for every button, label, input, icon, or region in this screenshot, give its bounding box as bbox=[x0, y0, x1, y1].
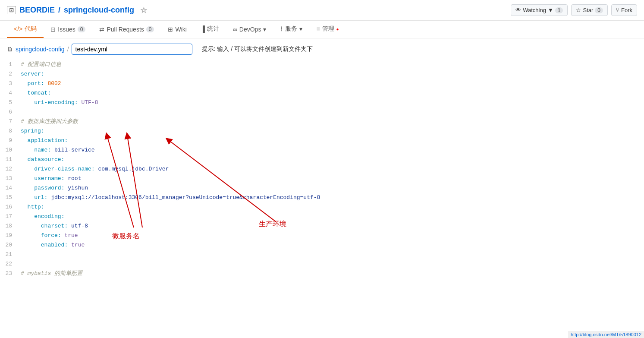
code-table: 1# 配置端口信息2server:3 port: 80024 tomcat:5 … bbox=[0, 60, 644, 278]
watching-count: 1 bbox=[555, 7, 563, 13]
table-row: 10 name: bill-service bbox=[0, 145, 644, 155]
line-content: tomcat: bbox=[17, 88, 644, 98]
line-content: # 数据库连接四大参数 bbox=[17, 117, 644, 126]
code-icon: </> bbox=[14, 25, 22, 32]
filename-input[interactable] bbox=[72, 44, 192, 55]
devops-icon: ∞ bbox=[233, 26, 237, 33]
line-number: 10 bbox=[0, 145, 17, 155]
file-icon: 🗎 bbox=[7, 46, 13, 53]
repo-link[interactable]: springcloud-config bbox=[64, 6, 134, 15]
header-actions: 👁 Watching ▼ 1 ☆ Star 0 ⑂ Fork bbox=[507, 4, 637, 16]
table-row: 14 password: yishun bbox=[0, 183, 644, 193]
table-row: 16 http: bbox=[0, 202, 644, 212]
line-number: 9 bbox=[0, 136, 17, 145]
star-count: 0 bbox=[595, 7, 603, 13]
tab-wiki[interactable]: ⊞ Wiki bbox=[161, 22, 193, 38]
admin-dot: ● bbox=[336, 27, 339, 32]
table-row: 20 enabled: true bbox=[0, 240, 644, 250]
tab-code-label: 代码 bbox=[25, 25, 37, 33]
line-number: 2 bbox=[0, 69, 17, 79]
table-row: 22 bbox=[0, 259, 644, 269]
table-row: 6 bbox=[0, 107, 644, 117]
code-editor[interactable]: 1# 配置端口信息2server:3 port: 80024 tomcat:5 … bbox=[0, 60, 644, 278]
line-content: name: bill-service bbox=[17, 145, 644, 155]
watching-label: Watching bbox=[523, 7, 546, 13]
line-content: url: jdbc:mysql://localhost:3306/bill_ma… bbox=[17, 193, 644, 202]
table-row: 18 charset: utf-8 bbox=[0, 221, 644, 231]
line-content: datasource: bbox=[17, 155, 644, 164]
line-number: 14 bbox=[0, 183, 17, 193]
repo-type-icon: ⊡ bbox=[7, 6, 16, 14]
line-number: 22 bbox=[0, 259, 17, 269]
tab-pull-requests[interactable]: ⇄ Pull Requests 0 bbox=[92, 22, 161, 38]
table-row: 7# 数据库连接四大参数 bbox=[0, 117, 644, 126]
table-row: 23# mybatis 的简单配置 bbox=[0, 269, 644, 278]
star-icon: ☆ bbox=[576, 7, 581, 13]
line-content: port: 8002 bbox=[17, 79, 644, 88]
line-number: 1 bbox=[0, 60, 17, 69]
line-number: 19 bbox=[0, 231, 17, 240]
fork-icon: ⑂ bbox=[616, 7, 619, 13]
line-number: 6 bbox=[0, 107, 17, 117]
table-row: 8spring: bbox=[0, 126, 644, 136]
table-row: 1# 配置端口信息 bbox=[0, 60, 644, 69]
issues-icon: ⊡ bbox=[50, 26, 56, 33]
tab-pr-label: Pull Requests bbox=[107, 26, 144, 33]
line-content: force: true bbox=[17, 231, 644, 240]
table-row: 11 datasource: bbox=[0, 155, 644, 164]
fork-button[interactable]: ⑂ Fork bbox=[611, 4, 637, 16]
repo-settings-icon: ☆ bbox=[140, 6, 147, 15]
fork-label: Fork bbox=[621, 7, 632, 13]
line-number: 23 bbox=[0, 269, 17, 278]
tab-issues-label: Issues bbox=[58, 26, 75, 33]
tab-issues[interactable]: ⊡ Issues 0 bbox=[44, 22, 92, 38]
eye-icon: 👁 bbox=[515, 7, 521, 13]
line-content: http: bbox=[17, 202, 644, 212]
devops-dropdown-icon: ▾ bbox=[263, 26, 266, 33]
tab-devops-label: DevOps bbox=[239, 26, 261, 33]
table-row: 12 driver-class-name: com.mysql.jdbc.Dri… bbox=[0, 164, 644, 174]
tab-admin[interactable]: ≡ 管理 ● bbox=[309, 21, 346, 38]
watching-button[interactable]: 👁 Watching ▼ 1 bbox=[511, 4, 568, 16]
star-button[interactable]: ☆ Star 0 bbox=[571, 4, 608, 16]
line-content: uri-encoding: UTF-8 bbox=[17, 98, 644, 107]
table-row: 19 force: true bbox=[0, 231, 644, 240]
line-number: 4 bbox=[0, 88, 17, 98]
issues-badge: 0 bbox=[78, 26, 86, 32]
line-number: 16 bbox=[0, 202, 17, 212]
line-content: charset: utf-8 bbox=[17, 221, 644, 231]
line-content: spring: bbox=[17, 126, 644, 136]
line-number: 13 bbox=[0, 174, 17, 183]
line-number: 21 bbox=[0, 250, 17, 259]
line-number: 20 bbox=[0, 240, 17, 250]
repo-title: ⊡ BEORDIE / springcloud-config ☆ bbox=[7, 6, 147, 15]
table-row: 3 port: 8002 bbox=[0, 79, 644, 88]
nav-tabs: </> 代码 ⊡ Issues 0 ⇄ Pull Requests 0 ⊞ Wi… bbox=[0, 21, 644, 38]
separator: / bbox=[58, 6, 60, 15]
line-number: 7 bbox=[0, 117, 17, 126]
tab-stats[interactable]: ▐ 统计 bbox=[194, 21, 226, 38]
table-row: 15 url: jdbc:mysql://localhost:3306/bill… bbox=[0, 193, 644, 202]
line-content: application: bbox=[17, 136, 644, 145]
breadcrumb-root[interactable]: springcloud-config bbox=[16, 46, 65, 53]
tab-service-label: 服务 bbox=[285, 25, 297, 33]
table-row: 2server: bbox=[0, 69, 644, 79]
line-number: 12 bbox=[0, 164, 17, 174]
line-number: 3 bbox=[0, 79, 17, 88]
tab-code[interactable]: </> 代码 bbox=[7, 21, 44, 38]
tab-service[interactable]: ⌇ 服务 ▾ bbox=[273, 21, 309, 38]
line-number: 18 bbox=[0, 221, 17, 231]
line-content: server: bbox=[17, 69, 644, 79]
pr-badge: 0 bbox=[146, 26, 154, 32]
table-row: 4 tomcat: bbox=[0, 88, 644, 98]
code-wrapper: 1# 配置端口信息2server:3 port: 80024 tomcat:5 … bbox=[0, 60, 644, 278]
star-label: Star bbox=[583, 7, 593, 13]
line-number: 15 bbox=[0, 193, 17, 202]
line-content: username: root bbox=[17, 174, 644, 183]
stats-icon: ▐ bbox=[201, 25, 205, 32]
org-link[interactable]: BEORDIE bbox=[19, 6, 55, 15]
table-row: 5 uri-encoding: UTF-8 bbox=[0, 98, 644, 107]
table-row: 13 username: root bbox=[0, 174, 644, 183]
tab-wiki-label: Wiki bbox=[175, 26, 186, 33]
tab-devops[interactable]: ∞ DevOps ▾ bbox=[226, 22, 273, 38]
